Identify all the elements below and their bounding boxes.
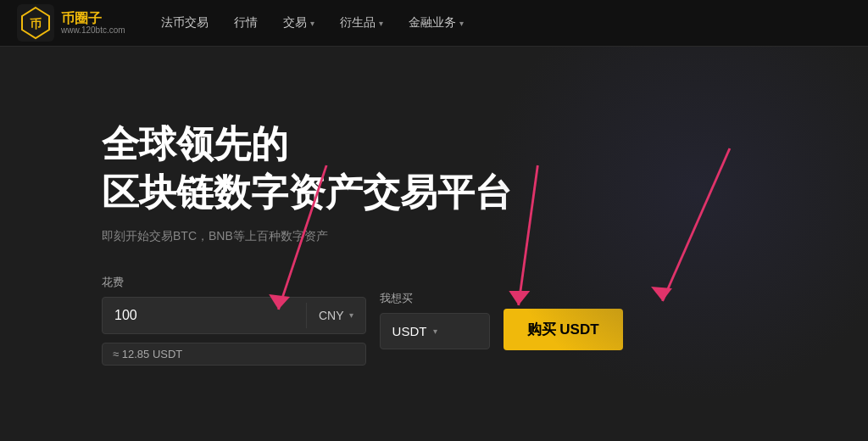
logo-text: 币圈子 [61,11,125,26]
spend-field-group: 花费 CNY ▾ ≈ 12.85 USDT [102,275,366,366]
spend-input-wrapper: CNY ▾ [102,297,366,334]
buy-button[interactable]: 购买 USDT [504,309,623,350]
svg-line-5 [519,165,538,305]
jiaoyi-arrow-icon: ▾ [310,19,314,28]
main-content: 全球领先的 区块链数字资产交易平台 即刻开始交易BTC，BNB等上百种数字资产 … [0,47,868,441]
svg-line-7 [663,148,730,301]
cny-select[interactable]: CNY ▾ [307,309,365,322]
nav-item-fabi[interactable]: 法币交易 [151,10,219,36]
buy-label: 我想买 [380,291,490,306]
subtext: 即刻开始交易BTC，BNB等上百种数字资产 [102,229,766,244]
jinrong-arrow-icon: ▾ [459,19,464,28]
nav-item-hangqing[interactable]: 行情 [224,10,268,36]
buy-field-group: 我想买 USDT ▾ [380,291,490,349]
svg-text:币: 币 [30,17,42,31]
form-row: 花费 CNY ▾ ≈ 12.85 USDT 我想买 USDT ▾ 购买 USDT [102,275,766,366]
navbar: 币 币圈子 www.120btc.com 法币交易 行情 交易 ▾ 衍生品 ▾ … [0,0,868,47]
logo-icon: 币 [17,4,54,42]
usdt-arrow-icon: ▾ [433,327,437,336]
usdt-select[interactable]: USDT ▾ [380,313,490,349]
headline-2: 区块链数字资产交易平台 [102,170,766,215]
svg-marker-8 [651,287,672,301]
nav-items: 法币交易 行情 交易 ▾ 衍生品 ▾ 金融业务 ▾ [151,10,851,36]
logo-url: www.120btc.com [61,25,125,35]
headline-1: 全球领先的 [102,122,766,167]
cny-label: CNY [319,309,344,322]
yansheng-arrow-icon: ▾ [379,19,383,28]
cny-arrow-icon: ▾ [349,310,353,320]
nav-item-jiaoyi[interactable]: 交易 ▾ [273,10,325,36]
logo-area[interactable]: 币 币圈子 www.120btc.com [17,4,125,42]
nav-item-jinrong[interactable]: 金融业务 ▾ [398,10,474,36]
spend-label: 花费 [102,275,366,290]
approx-value: ≈ 12.85 USDT [113,348,182,360]
spend-input[interactable] [103,298,306,333]
approx-badge: ≈ 12.85 USDT [102,343,366,366]
usdt-label: USDT [392,324,427,338]
nav-item-yanshengpin[interactable]: 衍生品 ▾ [330,10,393,36]
